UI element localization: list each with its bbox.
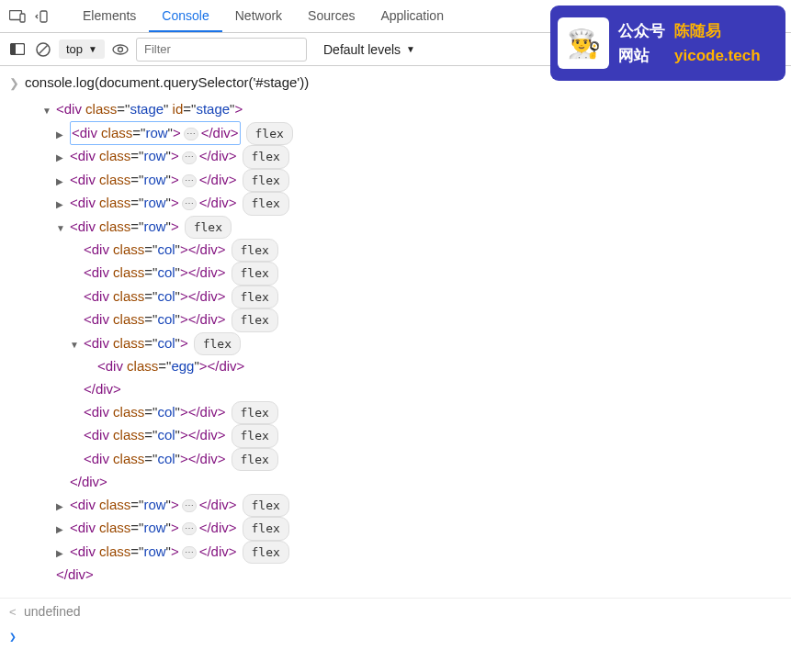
promo-value-1: 陈随易 — [674, 20, 761, 41]
dom-node[interactable]: <div class="row"></div> — [70, 195, 237, 210]
svg-rect-1 — [20, 14, 25, 22]
context-selector[interactable]: top▼ — [59, 39, 105, 59]
expand-arrow-icon[interactable] — [56, 173, 70, 190]
ellipsis-icon[interactable] — [182, 151, 197, 164]
svg-rect-2 — [40, 11, 47, 22]
flex-badge[interactable]: flex — [232, 262, 278, 285]
flex-badge[interactable]: flex — [243, 494, 289, 517]
filter-input[interactable] — [136, 38, 307, 62]
sidebar-toggle-icon[interactable] — [7, 39, 28, 60]
ellipsis-icon[interactable] — [184, 128, 198, 140]
dom-node[interactable]: <div class="row"> — [70, 218, 179, 234]
flex-badge[interactable]: flex — [232, 308, 278, 331]
svg-line-6 — [40, 45, 48, 53]
panel-tabs: Elements Console Network Sources Applica… — [70, 1, 457, 32]
expand-arrow-icon[interactable] — [56, 219, 70, 237]
tab-elements[interactable]: Elements — [70, 1, 149, 32]
flex-badge[interactable]: flex — [232, 239, 278, 262]
flex-badge[interactable]: flex — [185, 216, 232, 239]
dom-node[interactable]: <div class="col"></div> — [84, 288, 226, 304]
dom-node[interactable]: <div class="row"></div> — [70, 497, 237, 512]
promo-overlay: 👨‍🍳 公众号 陈随易 网站 yicode.tech — [550, 6, 785, 81]
console-prompt[interactable]: ❯ — [0, 624, 791, 649]
dom-node[interactable]: <div class="col"></div> — [84, 264, 226, 280]
ellipsis-icon[interactable] — [182, 522, 197, 535]
device-toolbar-icon[interactable] — [7, 6, 28, 27]
expand-arrow-icon[interactable] — [56, 521, 70, 538]
flex-badge[interactable]: flex — [243, 517, 289, 540]
chevron-down-icon: ▼ — [88, 44, 97, 54]
expand-arrow-icon[interactable] — [70, 336, 84, 353]
dom-node[interactable]: <div class="col"> — [84, 335, 188, 351]
flex-badge[interactable]: flex — [232, 401, 278, 424]
flex-badge[interactable]: flex — [194, 332, 241, 355]
expand-arrow-icon[interactable] — [56, 544, 70, 562]
svg-point-8 — [118, 47, 122, 51]
flex-badge[interactable]: flex — [232, 448, 278, 471]
flex-badge[interactable]: flex — [243, 145, 289, 168]
levels-label: Default levels — [323, 42, 401, 57]
log-levels-selector[interactable]: Default levels▼ — [323, 42, 415, 57]
dom-node-close[interactable]: </div> — [56, 566, 94, 582]
logged-element-tree[interactable]: <div class="stage" id="stage"> <div clas… — [9, 95, 782, 592]
dom-node-close[interactable]: </div> — [84, 381, 121, 397]
flex-badge[interactable]: flex — [243, 169, 289, 192]
dom-node[interactable]: <div class="egg"></div> — [97, 358, 244, 374]
chevron-down-icon: ▼ — [406, 44, 415, 54]
console-return-row: < undefined — [0, 598, 791, 624]
promo-value-2: yicode.tech — [674, 47, 761, 65]
tab-sources[interactable]: Sources — [295, 1, 367, 32]
dom-node[interactable]: <div class="row"></div> — [70, 172, 237, 187]
expand-arrow-icon[interactable] — [56, 149, 70, 166]
dom-node[interactable]: <div class="stage" id="stage"> — [56, 101, 243, 117]
ellipsis-icon[interactable] — [182, 197, 197, 210]
ellipsis-icon[interactable] — [182, 546, 197, 559]
dom-node[interactable]: <div class="row"></div> — [70, 121, 241, 146]
input-marker-icon: ❯ — [9, 73, 19, 93]
flex-badge[interactable]: flex — [243, 541, 289, 564]
svg-point-7 — [113, 45, 128, 54]
ellipsis-icon[interactable] — [182, 499, 197, 512]
svg-rect-4 — [11, 44, 16, 54]
expand-arrow-icon[interactable] — [42, 102, 56, 119]
console-command[interactable]: console.log(document.querySelector('#sta… — [25, 72, 309, 95]
live-expression-icon[interactable] — [110, 39, 130, 60]
console-output: ❯ console.log(document.querySelector('#s… — [0, 66, 791, 598]
flex-badge[interactable]: flex — [232, 286, 278, 308]
dom-node[interactable]: <div class="col"></div> — [84, 427, 226, 442]
dom-node[interactable]: <div class="row"></div> — [70, 148, 237, 163]
promo-label-2: 网站 — [618, 45, 665, 66]
avatar: 👨‍🍳 — [558, 17, 609, 69]
flex-badge[interactable]: flex — [232, 424, 278, 447]
tab-network[interactable]: Network — [222, 1, 295, 32]
tab-console[interactable]: Console — [149, 1, 221, 32]
output-marker-icon: < — [9, 605, 17, 619]
flex-badge[interactable]: flex — [243, 192, 289, 215]
dom-node-close[interactable]: </div> — [70, 474, 107, 489]
responsive-icon[interactable] — [33, 6, 53, 27]
ellipsis-icon[interactable] — [182, 174, 197, 187]
promo-label-1: 公众号 — [618, 20, 665, 41]
dom-node[interactable]: <div class="col"></div> — [84, 311, 226, 327]
context-label: top — [66, 42, 83, 56]
expand-arrow-icon[interactable] — [56, 196, 70, 213]
dom-node[interactable]: <div class="row"></div> — [70, 543, 237, 559]
dom-node[interactable]: <div class="row"></div> — [70, 520, 237, 535]
dom-node[interactable]: <div class="col"></div> — [84, 241, 226, 257]
tab-application[interactable]: Application — [367, 1, 457, 32]
return-value: undefined — [24, 604, 81, 619]
clear-console-icon[interactable] — [33, 39, 53, 60]
dom-node[interactable]: <div class="col"></div> — [84, 404, 226, 420]
expand-arrow-icon[interactable] — [56, 498, 70, 515]
expand-arrow-icon[interactable] — [56, 126, 70, 143]
flex-badge[interactable]: flex — [246, 122, 293, 145]
dom-node[interactable]: <div class="col"></div> — [84, 451, 226, 466]
